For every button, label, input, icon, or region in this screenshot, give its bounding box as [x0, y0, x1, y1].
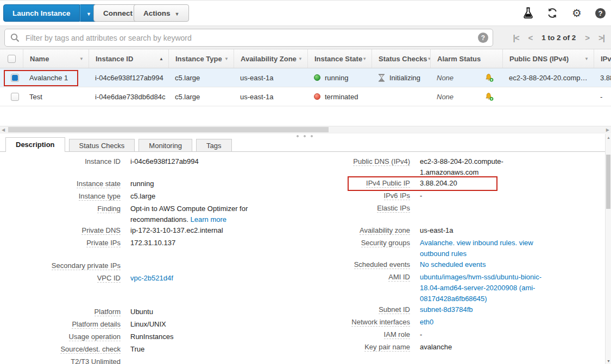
description-right-column: Public DNS (IPv4) ec2-3-88-204-20.comput…: [306, 156, 602, 354]
field-t2-t3-unlimited: T2/T3 Unlimited: [4, 356, 302, 364]
column-header-instance-id[interactable]: Instance ID▲: [89, 49, 168, 68]
filter-bar: ? |< < 1 to 2 of 2 > >|: [0, 25, 611, 49]
tab-tags[interactable]: Tags: [196, 139, 231, 152]
row-checkbox[interactable]: [11, 74, 19, 82]
field-platform-details: Platform details Linux/UNIX: [4, 319, 302, 331]
ami-id-link[interactable]: ubuntu/images/hvm-ssd/ubuntu-bionic-18.0…: [420, 273, 541, 303]
column-header-instance-state[interactable]: Instance State▼: [307, 49, 371, 68]
sort-caret-icon: ▼: [298, 56, 303, 61]
field-network-interfaces: Network interfaces eth0: [306, 317, 602, 329]
actions-button[interactable]: Actions▼: [134, 4, 189, 22]
network-interface-link[interactable]: eth0: [420, 318, 433, 326]
cell-status-checks: [371, 87, 430, 106]
description-panel: Instance ID i-04c6e938f127ab994 Instance…: [0, 152, 604, 364]
cell-instance-type: c5.large: [168, 87, 234, 106]
column-header-availability-zone[interactable]: Availability Zone▼: [234, 49, 307, 68]
first-page-button[interactable]: |<: [513, 33, 519, 42]
create-alarm-bell-icon[interactable]: [484, 73, 494, 82]
field-availability-zone: Availability zone us-east-1a: [306, 225, 602, 238]
refresh-icon[interactable]: [546, 7, 558, 19]
field-instance-type: Instance type c5.large: [4, 191, 302, 203]
row-checkbox-cell: [0, 68, 23, 87]
help-icon[interactable]: ?: [595, 8, 606, 18]
detail-tabs: Description Status Checks Monitoring Tag…: [2, 137, 232, 152]
pagination: |< < 1 to 2 of 2 > >|: [513, 26, 604, 49]
select-all-checkbox-cell: [0, 49, 23, 68]
cell-instance-state: terminated: [307, 87, 371, 106]
field-vpc-id: VPC ID vpc-2b521d4f: [4, 273, 302, 285]
tab-status-checks[interactable]: Status Checks: [69, 139, 135, 152]
column-header-alarm-status[interactable]: Alarm Status: [430, 49, 502, 68]
search-icon: [10, 33, 20, 44]
column-header-name[interactable]: Name▼: [23, 49, 89, 68]
field-elastic-ips: Elastic IPs: [306, 203, 602, 215]
subnet-id-link[interactable]: subnet-8d3784fb: [420, 305, 473, 314]
field-scheduled-events: Scheduled events No scheduled events: [306, 259, 602, 272]
column-header-status-checks[interactable]: Status Checks▼: [371, 49, 430, 68]
cell-availability-zone: us-east-1a: [234, 87, 307, 106]
create-alarm-bell-icon[interactable]: [484, 92, 494, 101]
cell-availability-zone: us-east-1a: [234, 68, 307, 87]
field-key-pair-name: Key pair name avalanche: [306, 342, 602, 354]
last-page-button[interactable]: >|: [599, 33, 604, 42]
scroll-right-icon[interactable]: ▶: [606, 127, 609, 132]
pagination-range: 1 to 2 of 2: [541, 34, 576, 42]
cell-instance-id: i-04e6dae738db6d84c: [89, 87, 168, 106]
view-inbound-rules-link[interactable]: view inbound rules.: [457, 239, 517, 247]
cell-alarm-status: None: [430, 87, 502, 106]
next-page-button[interactable]: >: [585, 33, 589, 42]
instances-table: Name▼ Instance ID▲ Instance Type▼ Availa…: [0, 49, 611, 106]
field-private-ips: Private IPs 172.31.10.137: [4, 238, 302, 250]
tab-description[interactable]: Description: [5, 137, 65, 152]
actions-label: Actions: [143, 9, 171, 17]
field-instance-state: Instance state running: [4, 178, 302, 191]
toolbar: Launch Instance ▼ Connect Actions▼: [0, 1, 611, 25]
field-platform: Platform Ubuntu: [4, 306, 302, 319]
launch-instance-button[interactable]: Launch Instance: [3, 4, 80, 22]
cell-public-dns: ec2-3-88-204-20.comp…: [502, 68, 594, 87]
field-private-dns: Private DNS ip-172-31-10-137.ec2.interna…: [4, 225, 302, 238]
field-ipv6-ips: IPv6 IPs -: [306, 190, 602, 203]
scroll-down-icon[interactable]: ▼: [607, 359, 610, 363]
search-box: ?: [4, 29, 493, 47]
vpc-id-link[interactable]: vpc-2b521d4f: [130, 274, 173, 282]
filter-input[interactable]: [4, 29, 493, 47]
horizontal-scrollbar-thumb[interactable]: [8, 127, 329, 132]
scheduled-events-link[interactable]: No scheduled events: [420, 260, 486, 269]
field-finding: Finding Opt-in to AWS Compute Optimizer …: [4, 203, 302, 225]
select-all-checkbox[interactable]: [8, 55, 16, 63]
header-icon-group: ⚙ ?: [522, 7, 606, 19]
terminated-state-icon: [314, 93, 320, 100]
sort-caret-icon: ▼: [224, 56, 229, 61]
labs-flask-icon[interactable]: [522, 7, 534, 19]
sort-caret-icon: ▼: [79, 56, 84, 61]
gear-icon[interactable]: ⚙: [571, 7, 583, 19]
learn-more-link[interactable]: Learn more: [191, 215, 226, 223]
scroll-up-icon[interactable]: ▲: [607, 136, 610, 139]
field-ami-id: AMI ID ubuntu/images/hvm-ssd/ubuntu-bion…: [306, 272, 602, 304]
previous-page-button[interactable]: <: [528, 33, 532, 42]
panel-resize-handle[interactable]: [297, 135, 313, 137]
column-header-ipv4-public-ip[interactable]: IPv4 Public IP: [594, 49, 611, 68]
vertical-scrollbar: ▲ ▼: [605, 134, 611, 364]
cell-name: Test: [23, 87, 89, 106]
vertical-scrollbar-thumb[interactable]: [606, 155, 610, 209]
table-row-avalanche-1[interactable]: Avalanche 1 i-04c6e938f127ab994 c5.large…: [0, 68, 611, 87]
column-header-instance-type[interactable]: Instance Type▼: [168, 49, 234, 68]
scroll-left-icon[interactable]: ◀: [2, 127, 5, 132]
field-secondary-private-ips: Secondary private IPs: [4, 260, 302, 273]
table-header: Name▼ Instance ID▲ Instance Type▼ Availa…: [0, 49, 611, 68]
sort-caret-icon: ▼: [584, 56, 589, 61]
row-checkbox[interactable]: [11, 93, 19, 101]
field-usage-operation: Usage operation RunInstances: [4, 331, 302, 344]
tab-monitoring[interactable]: Monitoring: [138, 139, 192, 152]
table-row-test[interactable]: Test i-04e6dae738db6d84c c5.large us-eas…: [0, 87, 611, 106]
filter-help-icon[interactable]: ?: [478, 33, 488, 43]
description-left-column: Instance ID i-04c6e938f127ab994 Instance…: [4, 156, 302, 364]
cell-alarm-status: None: [430, 68, 502, 87]
column-header-public-dns[interactable]: Public DNS (IPv4)▼: [502, 49, 594, 68]
cell-instance-id: i-04c6e938f127ab994: [89, 68, 168, 87]
field-subnet-id: Subnet ID subnet-8d3784fb: [306, 304, 602, 317]
security-group-link[interactable]: Avalanche.: [420, 239, 455, 247]
cell-name: Avalanche 1: [23, 68, 89, 87]
